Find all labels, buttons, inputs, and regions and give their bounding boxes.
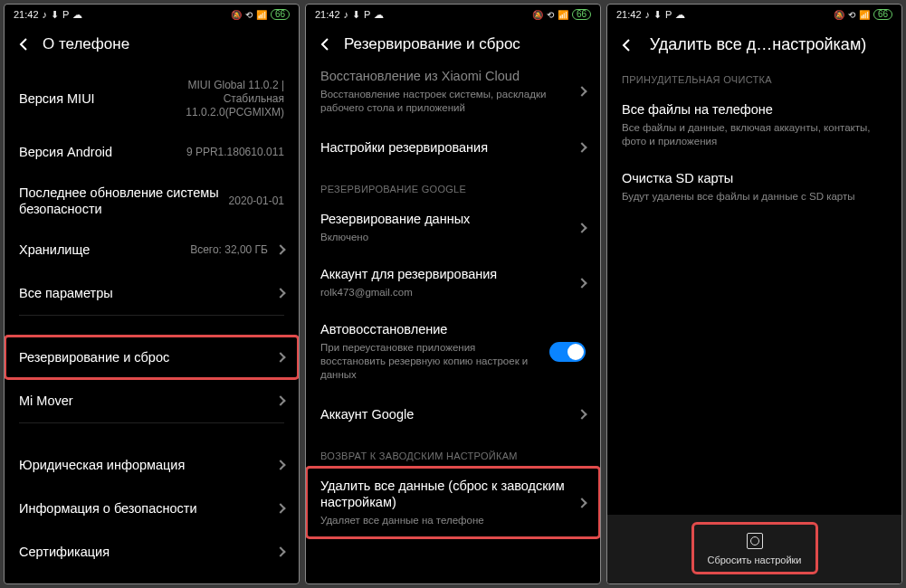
- wifi-icon: 📶: [558, 10, 568, 20]
- chevron-right-icon: [275, 547, 285, 557]
- back-icon[interactable]: [319, 38, 331, 51]
- section-force-clean: ПРИНУДИТЕЛЬНАЯ ОЧИСТКА: [607, 69, 901, 90]
- row-google-account[interactable]: Аккаунт Google: [306, 393, 600, 436]
- download-icon: ⬇: [352, 9, 360, 21]
- label: Настройки резервирования: [320, 139, 569, 156]
- row-storage[interactable]: Хранилище Всего: 32,00 ГБ: [5, 228, 299, 271]
- row-security-update[interactable]: Последнее обновление системы безопасност…: [5, 174, 299, 228]
- label: Резервирование данных: [320, 211, 569, 227]
- row-certification[interactable]: Сертификация: [5, 530, 299, 574]
- status-bar: 21:42 ♪ ⬇ P ☁ 🔕 ⟲ 📶 66: [306, 5, 600, 24]
- label: Автовосстановление: [320, 321, 542, 337]
- page-title: Удалить все д…настройкам): [645, 35, 889, 54]
- subtext: При переустановке приложения восстановит…: [320, 341, 542, 382]
- subtext: Будут удалены все файлы и данные с SD ка…: [622, 190, 887, 204]
- download-icon: ⬇: [51, 9, 59, 21]
- label: Удалить все данные (сброс к заводским на…: [320, 478, 569, 510]
- chevron-right-icon: [577, 498, 587, 507]
- subtext: Включено: [320, 231, 569, 244]
- chevron-right-icon: [275, 289, 285, 299]
- label: Восстановление из Xiaomi Cloud: [320, 68, 569, 84]
- chevron-right-icon: [275, 396, 285, 406]
- label: Очистка SD карты: [622, 170, 887, 186]
- label: Версия Android: [19, 144, 186, 160]
- cloud-icon: ☁: [374, 9, 384, 21]
- value: Всего: 32,00 ГБ: [190, 243, 268, 257]
- mute-icon: 🔕: [834, 10, 844, 20]
- clock: 21:42: [315, 9, 340, 20]
- row-backup-reset[interactable]: Резервирование и сброс: [5, 336, 299, 379]
- subtext: rolk473@gmail.com: [320, 286, 569, 299]
- rotate-icon: ⟲: [848, 10, 855, 20]
- header: О телефоне: [5, 24, 299, 68]
- header: Удалить все д…настройкам): [607, 24, 901, 69]
- phone-screen-backup: 21:42 ♪ ⬇ P ☁ 🔕 ⟲ 📶 66 Резервирование и …: [305, 4, 601, 584]
- chevron-right-icon: [275, 460, 285, 470]
- row-xiaomi-cloud[interactable]: Восстановление из Xiaomi Cloud Восстанов…: [306, 68, 600, 126]
- page-title: О телефоне: [43, 35, 286, 53]
- back-icon[interactable]: [620, 39, 633, 52]
- row-android[interactable]: Версия Android 9 PPR1.180610.011: [5, 130, 299, 174]
- chevron-right-icon: [577, 278, 587, 288]
- label: Версия MIUI: [19, 90, 157, 107]
- row-sd-card[interactable]: Очистка SD карты Будут удалены все файлы…: [607, 159, 901, 214]
- label: Mi Mover: [19, 393, 268, 409]
- wifi-icon: 📶: [256, 10, 267, 20]
- label: Резервирование и сброс: [19, 349, 268, 365]
- label: Информация о безопасности: [19, 500, 268, 517]
- row-erase-all-data[interactable]: Удалить все данные (сброс к заводским на…: [306, 467, 600, 538]
- row-auto-restore[interactable]: Автовосстановление При переустановке при…: [306, 310, 600, 393]
- app-icon: P: [62, 9, 69, 20]
- cloud-icon: ☁: [675, 9, 685, 21]
- label: Хранилище: [19, 242, 190, 258]
- section-factory-reset: ВОЗВРАТ К ЗАВОДСКИМ НАСТРОЙКАМ: [306, 436, 600, 467]
- clock: 21:42: [616, 9, 642, 20]
- download-icon: ⬇: [653, 9, 662, 21]
- chevron-right-icon: [275, 245, 285, 255]
- value: 9 PPR1.180610.011: [186, 146, 284, 159]
- tiktok-icon: ♪: [344, 9, 349, 20]
- content: Версия MIUI MIUI Global 11.0.2 | Стабиль…: [5, 68, 299, 583]
- back-icon[interactable]: [17, 38, 30, 51]
- section-google-backup: РЕЗЕРВИРОВАНИЕ GOOGLE: [306, 169, 600, 200]
- value: MIUI Global 11.0.2 | Стабильная 11.0.2.0…: [157, 79, 284, 119]
- tiktok-icon: ♪: [645, 9, 651, 20]
- phone-screen-erase: 21:42 ♪ ⬇ P ☁ 🔕 ⟲ 📶 66 Удалить все д…нас…: [606, 4, 902, 584]
- wifi-icon: 📶: [859, 10, 870, 20]
- label: Аккаунт Google: [320, 406, 569, 422]
- row-backup-settings[interactable]: Настройки резервирования: [306, 126, 600, 169]
- battery-icon: 66: [271, 9, 290, 20]
- row-miui[interactable]: Версия MIUI MIUI Global 11.0.2 | Стабиль…: [5, 68, 299, 130]
- chevron-right-icon: [577, 223, 587, 232]
- tiktok-icon: ♪: [43, 9, 48, 20]
- row-all-files[interactable]: Все файлы на телефоне Все файлы и данные…: [607, 90, 901, 159]
- cloud-icon: ☁: [72, 9, 82, 21]
- content: Восстановление из Xiaomi Cloud Восстанов…: [306, 68, 600, 583]
- status-bar: 21:42 ♪ ⬇ P ☁ 🔕 ⟲ 📶 66: [607, 5, 901, 24]
- subtext: Удаляет все данные на телефоне: [320, 514, 569, 527]
- chevron-right-icon: [275, 353, 285, 363]
- row-data-backup[interactable]: Резервирование данных Включено: [306, 200, 600, 255]
- content: ПРИНУДИТЕЛЬНАЯ ОЧИСТКА Все файлы на теле…: [607, 69, 901, 583]
- battery-icon: 66: [572, 9, 591, 20]
- mute-icon: 🔕: [532, 10, 543, 20]
- header: Резервирование и сброс: [306, 24, 600, 68]
- subtext: Восстановление настроек системы, расклад…: [320, 88, 569, 115]
- row-backup-account[interactable]: Аккаунт для резервирования rolk473@gmail…: [306, 255, 600, 310]
- mute-icon: 🔕: [231, 10, 242, 20]
- highlight-box: [691, 522, 818, 574]
- chevron-right-icon: [275, 504, 285, 514]
- status-bar: 21:42 ♪ ⬇ P ☁ 🔕 ⟲ 📶 66: [5, 5, 299, 24]
- label: Последнее обновление системы безопасност…: [19, 185, 229, 217]
- chevron-right-icon: [577, 86, 587, 96]
- label: Сертификация: [19, 544, 268, 560]
- toggle-switch-on[interactable]: [549, 342, 586, 362]
- row-mi-mover[interactable]: Mi Mover: [5, 379, 299, 422]
- row-safety-info[interactable]: Информация о безопасности: [5, 487, 299, 530]
- row-all-specs[interactable]: Все параметры: [5, 271, 299, 315]
- rotate-icon: ⟲: [245, 10, 253, 20]
- chevron-right-icon: [577, 409, 587, 419]
- row-legal[interactable]: Юридическая информация: [5, 443, 299, 487]
- app-icon: P: [665, 9, 672, 20]
- chevron-right-icon: [577, 142, 587, 152]
